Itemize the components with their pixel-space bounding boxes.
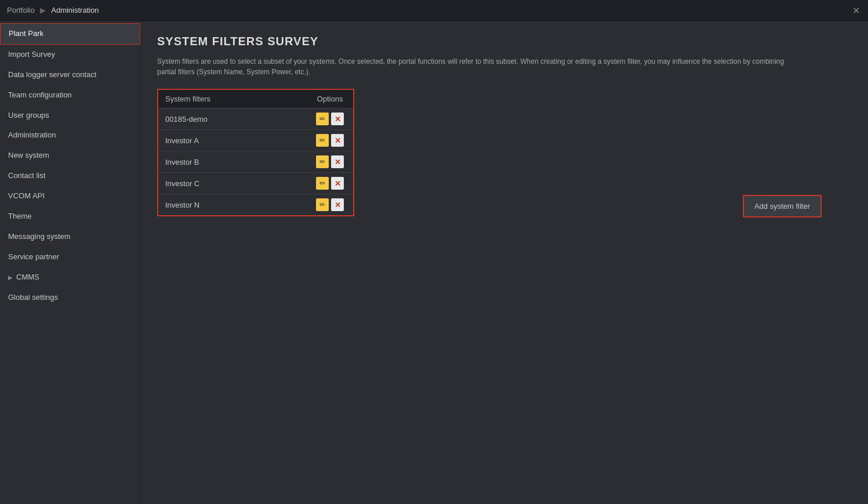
filters-table: System filters Options 00185-demoInvesto… [158,90,353,215]
sidebar-item-label: Contact list [8,171,45,180]
sidebar-item-global-settings[interactable]: Global settings [0,288,140,308]
sidebar-item-label: Theme [8,212,31,220]
filter-name: Investor C [158,173,307,194]
delete-filter-button[interactable] [331,177,344,190]
sidebar-item-label: Administration [8,130,56,139]
filter-name: Investor B [158,151,307,173]
table-row: Investor A [158,130,353,151]
arrow-icon: ▶ [8,274,13,281]
edit-filter-button[interactable] [316,177,329,190]
table-row: Investor N [158,194,353,216]
filter-options-cell [307,130,353,151]
sidebar-item-new-system[interactable]: New system [0,146,140,166]
breadcrumb-separator: ▶ [40,6,46,14]
description-text: System filters are used to select a subs… [157,56,795,77]
sidebar-item-label: Messaging system [8,232,71,241]
sidebar-item-administration[interactable]: Administration [0,125,140,146]
add-system-filter-button[interactable]: Add system filter [743,195,822,217]
sidebar: Plant ParkImport SurveyData logger serve… [0,21,141,504]
close-icon[interactable]: ✕ [852,5,860,16]
sidebar-item-cmms[interactable]: ▶CMMS [0,267,140,288]
filter-options-cell [307,108,353,130]
col-options: Options [307,90,353,108]
filter-name: 00185-demo [158,108,307,130]
page-title: SYSTEM FILTERS SURVEY [157,35,852,48]
top-bar: Portfolio ▶ Administration ✕ [0,0,868,21]
sidebar-item-label: VCOM API [8,191,45,200]
filter-options-cell [307,173,353,194]
sidebar-item-label: Data logger server contact [8,70,96,79]
filter-options-cell [307,151,353,173]
breadcrumb-admin: Administration [51,6,99,14]
delete-filter-button[interactable] [331,113,344,125]
main-content: SYSTEM FILTERS SURVEY System filters are… [141,21,868,504]
breadcrumb-portfolio[interactable]: Portfolio [7,6,35,14]
sidebar-item-messaging-system[interactable]: Messaging system [0,227,140,247]
sidebar-item-vcom-api[interactable]: VCOM API [0,186,140,206]
delete-filter-button[interactable] [331,198,344,211]
sidebar-item-service-partner[interactable]: Service partner [0,247,140,267]
edit-filter-button[interactable] [316,134,329,147]
edit-filter-button[interactable] [316,198,329,211]
sidebar-item-team-config[interactable]: Team configuration [0,85,140,106]
edit-filter-button[interactable] [316,113,329,125]
sidebar-item-label: CMMS [16,273,39,282]
col-system-filters: System filters [158,90,307,108]
sidebar-item-user-groups[interactable]: User groups [0,106,140,126]
sidebar-item-label: Service partner [8,252,59,261]
sidebar-item-label: Plant Park [9,29,43,38]
sidebar-item-label: Import Survey [8,50,55,59]
sidebar-item-import-survey[interactable]: Import Survey [0,45,140,65]
filter-name: Investor N [158,194,307,216]
table-row: 00185-demo [158,108,353,130]
sidebar-item-plant-park[interactable]: Plant Park [0,23,140,45]
sidebar-item-label: User groups [8,111,49,119]
delete-filter-button[interactable] [331,134,344,147]
edit-filter-button[interactable] [316,155,329,168]
sidebar-item-label: Team configuration [8,90,72,99]
sidebar-item-data-logger[interactable]: Data logger server contact [0,65,140,85]
sidebar-item-contact-list[interactable]: Contact list [0,166,140,186]
table-row: Investor C [158,173,353,194]
filter-name: Investor A [158,130,307,151]
layout: Plant ParkImport SurveyData logger serve… [0,21,868,504]
sidebar-item-label: Global settings [8,293,58,302]
sidebar-item-label: New system [8,151,49,159]
filters-table-container: System filters Options 00185-demoInvesto… [157,89,354,216]
filter-options-cell [307,194,353,216]
breadcrumb: Portfolio ▶ Administration [7,6,99,14]
delete-filter-button[interactable] [331,155,344,168]
sidebar-item-theme[interactable]: Theme [0,206,140,227]
table-row: Investor B [158,151,353,173]
